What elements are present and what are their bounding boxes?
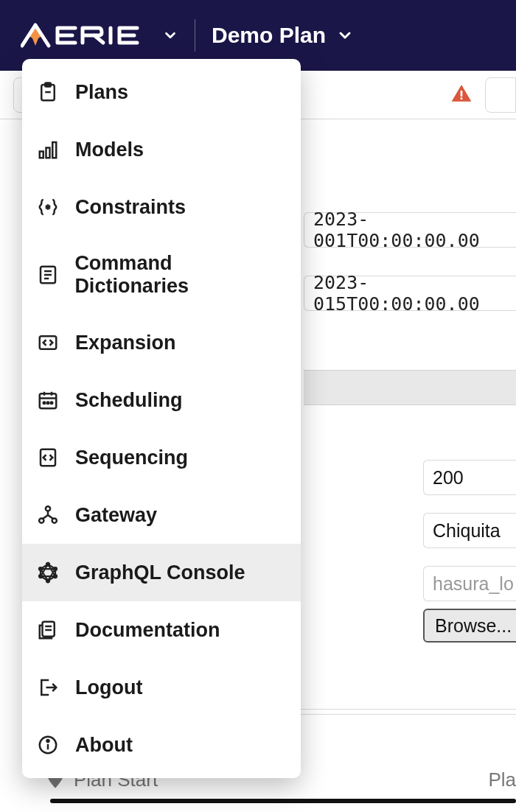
svg-point-37 — [47, 740, 49, 742]
menu-item-label: Logout — [75, 676, 142, 699]
timeline-end-label: Pla — [488, 769, 516, 791]
toolbar-right-button[interactable] — [485, 77, 516, 113]
menu-item-logout[interactable]: Logout — [22, 659, 301, 716]
menu-item-label: Scheduling — [75, 389, 183, 412]
svg-rect-6 — [40, 152, 43, 158]
svg-point-27 — [54, 567, 57, 570]
code-doc-icon — [35, 445, 60, 470]
svg-point-29 — [46, 579, 49, 582]
svg-rect-4 — [45, 83, 51, 87]
menu-item-label: Plans — [75, 81, 128, 104]
svg-point-20 — [51, 402, 53, 405]
app-switcher[interactable] — [21, 21, 178, 50]
menu-item-label: Documentation — [75, 619, 220, 642]
menu-item-label: Constraints — [75, 196, 186, 219]
menu-item-label: Sequencing — [75, 447, 188, 469]
browse-button-label: Browse... — [435, 615, 512, 637]
start-time-field[interactable]: 2023-001T00:00:00.00 — [304, 212, 516, 248]
menu-item-label: Expansion — [75, 332, 176, 354]
clipboard-icon — [35, 80, 60, 105]
braces-asterisk-icon — [35, 195, 60, 220]
network-icon — [35, 503, 60, 528]
menu-item-documentation[interactable]: Documentation — [22, 601, 301, 659]
end-time-field[interactable]: 2023-015T00:00:00.00 — [304, 276, 516, 311]
svg-rect-1 — [461, 97, 463, 99]
menu-item-label: Models — [75, 139, 144, 161]
menu-item-scheduling[interactable]: Scheduling — [22, 371, 301, 429]
chevron-down-icon — [162, 27, 178, 43]
menu-item-expansion[interactable]: Expansion — [22, 314, 301, 371]
menu-item-gateway[interactable]: Gateway — [22, 486, 301, 544]
svg-rect-0 — [461, 91, 463, 97]
svg-point-22 — [46, 506, 50, 511]
login-placeholder: hasura_lo — [433, 573, 514, 595]
end-time-value: 2023-015T00:00:00.00 — [313, 272, 507, 315]
svg-point-18 — [43, 402, 46, 405]
menu-item-constraints[interactable]: Constraints — [22, 178, 301, 236]
plan-selector-label: Demo Plan — [212, 23, 326, 48]
section-header — [304, 370, 516, 405]
menu-item-graphql-console[interactable]: GraphQL Console — [22, 544, 301, 601]
browse-button[interactable]: Browse... — [423, 609, 516, 643]
logout-icon — [35, 675, 60, 700]
menu-item-models[interactable]: Models — [22, 121, 301, 178]
timeline-track[interactable] — [50, 799, 516, 803]
docs-icon — [35, 617, 60, 643]
producer-field[interactable]: Chiquita — [423, 513, 516, 548]
info-icon — [35, 732, 60, 757]
list-page-icon — [35, 262, 60, 287]
aerie-logo — [21, 21, 152, 50]
menu-item-sequencing[interactable]: Sequencing — [22, 429, 301, 486]
menu-item-label: About — [75, 734, 133, 757]
calendar-icon — [35, 388, 60, 413]
menu-item-label: GraphQL Console — [75, 561, 245, 584]
menu-item-label: Gateway — [75, 504, 157, 527]
svg-point-19 — [47, 402, 49, 405]
svg-rect-7 — [46, 148, 50, 158]
menu-item-plans[interactable]: Plans — [22, 63, 301, 121]
warning-icon[interactable] — [450, 82, 473, 108]
menu-item-command-dictionaries[interactable]: Command Dictionaries — [22, 236, 301, 314]
svg-point-31 — [39, 567, 42, 570]
code-box-icon — [35, 330, 60, 355]
graphql-icon — [35, 560, 60, 585]
svg-point-30 — [39, 575, 42, 578]
login-field[interactable]: hasura_lo — [423, 566, 516, 601]
producer-value: Chiquita — [433, 520, 501, 542]
start-time-value: 2023-001T00:00:00.00 — [313, 209, 507, 251]
bar-chart-icon — [35, 137, 60, 162]
main-nav-menu: Plans Models Constraints Command Diction… — [22, 59, 301, 778]
svg-rect-8 — [52, 142, 56, 158]
svg-point-26 — [46, 563, 49, 566]
menu-item-label: Command Dictionaries — [74, 252, 287, 298]
plan-selector[interactable]: Demo Plan — [212, 23, 354, 48]
chevron-down-icon — [336, 27, 354, 44]
menu-item-about[interactable]: About — [22, 716, 301, 774]
count-value: 200 — [433, 467, 464, 489]
divider — [195, 19, 195, 52]
svg-point-28 — [54, 575, 57, 578]
count-field[interactable]: 200 — [423, 460, 516, 495]
